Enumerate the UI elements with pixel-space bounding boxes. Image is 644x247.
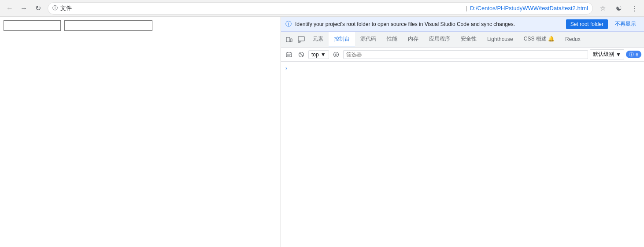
extensions-button[interactable]: ☯ <box>612 2 625 15</box>
devtools-panel: ⓘ Identify your project's root folder to… <box>281 17 644 247</box>
address-path-text: D:/Centos/PHPstudyWWW/testData/test2.htm… <box>470 5 588 11</box>
svg-line-11 <box>300 53 303 56</box>
console-prompt-arrow[interactable]: › <box>285 63 640 73</box>
bookmark-button[interactable]: ☆ <box>596 2 609 15</box>
svg-point-13 <box>335 54 337 55</box>
info-bar: ⓘ Identify your project's root folder to… <box>281 17 644 32</box>
tab-sources[interactable]: 源代码 <box>355 32 381 48</box>
dismiss-button[interactable]: 不再显示 <box>611 18 640 29</box>
tab-device-toggle[interactable] <box>283 33 295 46</box>
content-area: ⓘ Identify your project's root folder to… <box>0 17 644 247</box>
context-label: top <box>311 52 319 58</box>
info-icon: ⓘ <box>52 4 58 12</box>
set-root-button[interactable]: Set root folder <box>566 19 608 29</box>
tab-elements[interactable]: 元素 <box>307 32 329 48</box>
svg-rect-2 <box>298 37 304 41</box>
address-bar[interactable]: ⓘ 文件 | D:/Centos/PHPstudyWWW/testData/te… <box>48 2 593 15</box>
tab-memory[interactable]: 内存 <box>403 32 424 48</box>
page-inputs <box>4 20 277 31</box>
context-selector[interactable]: top ▼ <box>308 50 329 59</box>
chevron-down-icon: ▼ <box>321 52 326 58</box>
address-separator: | <box>466 5 467 11</box>
address-file-label: 文件 <box>60 4 463 12</box>
tab-lighthouse[interactable]: Lighthouse <box>482 32 518 48</box>
svg-rect-5 <box>286 53 292 57</box>
tab-performance[interactable]: 性能 <box>381 32 403 48</box>
tab-redux[interactable]: Redux <box>560 32 586 48</box>
tab-security[interactable]: 安全性 <box>455 32 482 48</box>
forward-button[interactable]: → <box>18 2 30 15</box>
tab-console[interactable]: 控制台 <box>329 32 355 48</box>
browser-top-right: ☆ ☯ ⋮ <box>596 2 640 15</box>
tab-inspect-button[interactable] <box>295 33 307 46</box>
svg-point-12 <box>333 52 338 57</box>
info-circle-icon: ⓘ <box>285 20 292 28</box>
info-bar-text: Identify your project's root folder to o… <box>295 21 563 27</box>
level-selector[interactable]: 默认级别 ▼ <box>590 49 624 59</box>
devtools-tabs-bar: 元素 控制台 源代码 性能 内存 应用程序 安全性 <box>281 32 644 48</box>
reload-button[interactable]: ↻ <box>32 2 44 15</box>
back-button[interactable]: ← <box>4 2 16 15</box>
chevron-down-icon: ▼ <box>616 52 621 58</box>
issues-icon: ⓘ <box>629 51 634 58</box>
tab-cssoverview[interactable]: CSS 概述 🔔 <box>518 32 560 48</box>
issues-badge[interactable]: ⓘ 6 <box>626 51 641 58</box>
console-content: › <box>281 62 644 247</box>
block-requests-button[interactable] <box>296 49 307 60</box>
page-input-2[interactable] <box>64 20 152 31</box>
svg-rect-1 <box>290 39 292 42</box>
browser-window: ← → ↻ ⓘ 文件 | D:/Centos/PHPstudyWWW/testD… <box>0 0 644 247</box>
console-toolbar: top ▼ 默认级别 ▼ ⓘ 6 <box>281 48 644 62</box>
tab-application[interactable]: 应用程序 <box>424 32 455 48</box>
menu-button[interactable]: ⋮ <box>628 2 640 15</box>
issues-count: 6 <box>636 52 638 57</box>
browser-top-bar: ← → ↻ ⓘ 文件 | D:/Centos/PHPstudyWWW/testD… <box>0 0 644 17</box>
page-area <box>0 17 281 247</box>
filter-input[interactable] <box>343 50 588 59</box>
page-input-1[interactable] <box>4 20 61 31</box>
live-expressions-button[interactable] <box>331 49 341 60</box>
clear-console-button[interactable] <box>284 49 294 60</box>
level-label: 默认级别 <box>593 51 614 58</box>
svg-rect-0 <box>286 37 290 42</box>
